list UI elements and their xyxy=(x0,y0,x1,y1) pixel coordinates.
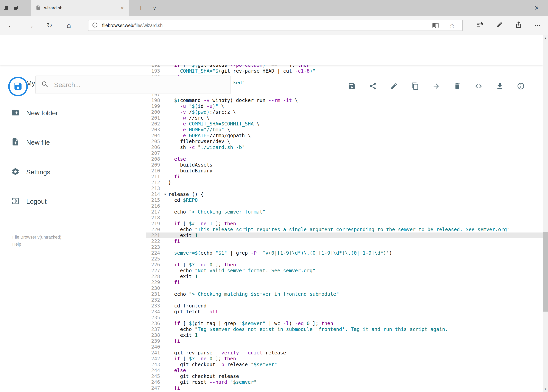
code-line-content[interactable]: $(command -v winpty) docker run --rm -it… xyxy=(163,98,298,103)
favorite-button[interactable]: ☆ xyxy=(449,20,455,30)
code-line-content[interactable]: git checkout -b release "$semver" xyxy=(163,362,277,368)
code-line-content[interactable]: release () { xyxy=(163,191,204,197)
line-number: 247 xyxy=(146,385,163,391)
code-line-content[interactable]: echo "Tag $semver does not exist in subm… xyxy=(163,326,451,332)
code-line-content[interactable]: -w //src \ xyxy=(163,115,209,121)
code-line-content[interactable]: if [ $? -ne 0 ]; then xyxy=(163,262,236,268)
code-line-content[interactable]: if [ $(git tag | grep "$semver" | wc -l)… xyxy=(163,321,333,326)
forward-button[interactable]: → xyxy=(23,16,38,35)
filebrowser-logo xyxy=(8,77,28,96)
code-line-content[interactable]: -e GOPATH=//tmp/gopath \ xyxy=(163,133,251,139)
code-line-content[interactable]: if [ "$(git status --porcelain)" == "" ]… xyxy=(163,65,310,68)
code-line-content[interactable]: git rev-parse --verify --quiet release xyxy=(163,350,286,356)
help-link[interactable]: Help xyxy=(12,241,62,248)
code-line-content[interactable]: -v /$(pwd):/src:z \ xyxy=(163,109,236,115)
site-info-icon[interactable] xyxy=(92,22,98,29)
code-line-content[interactable]: -e HOME="//tmp" \ xyxy=(163,127,230,133)
download-button[interactable] xyxy=(496,83,504,91)
code-line-content[interactable]: -u "$(id -u)" \ xyxy=(163,103,224,109)
share-button[interactable] xyxy=(369,83,377,91)
code-line-content[interactable]: fi xyxy=(163,385,180,391)
more-options-button[interactable]: ••• xyxy=(531,16,545,35)
code-line-content[interactable]: if [ $# -ne 1 ]; then xyxy=(163,221,236,227)
code-line-content[interactable]: fi xyxy=(163,338,180,344)
edit-button[interactable] xyxy=(390,83,398,91)
code-line-content[interactable]: echo "Not valid semver format. See semve… xyxy=(163,268,316,273)
code-line-content[interactable]: else xyxy=(163,368,186,373)
code-line-content[interactable]: exit 1 xyxy=(163,332,198,338)
code-line-content[interactable] xyxy=(163,186,168,191)
code-line-content[interactable]: exit 1 xyxy=(163,273,198,280)
code-line-content[interactable]: echo "This release script requires a sin… xyxy=(163,227,510,232)
code-line-content[interactable]: if [ $? -ne 0 ]; then xyxy=(163,356,236,362)
back-button[interactable]: ← xyxy=(4,16,18,35)
share-page-button[interactable] xyxy=(511,16,526,35)
code-line-content[interactable]: else xyxy=(163,156,186,162)
code-line-content[interactable] xyxy=(163,297,168,303)
window-close-button[interactable]: × xyxy=(525,0,548,16)
scrollbar-thumb[interactable] xyxy=(543,232,548,312)
tab-preview-icon[interactable] xyxy=(13,5,19,11)
code-line-content[interactable]: } xyxy=(163,180,171,186)
minimize-button[interactable] xyxy=(480,0,503,16)
sidebar-item-new-file[interactable]: New file xyxy=(0,128,146,157)
code-line-content[interactable]: git reset --hard "$semver" xyxy=(163,379,257,385)
sidebar-item-logout[interactable]: Logout xyxy=(0,187,146,216)
tab-menu-button[interactable]: ∨ xyxy=(149,0,160,16)
page-scrollbar[interactable]: ▲ ▼ xyxy=(543,35,548,392)
code-line-content[interactable]: filebrowser/dev \ xyxy=(163,139,230,144)
reading-view-button[interactable] xyxy=(432,20,439,30)
tab-wizard-sh[interactable]: wizard.sh × xyxy=(31,0,129,16)
code-line-content[interactable]: fi xyxy=(163,238,180,244)
code-line-content[interactable]: fi xyxy=(163,280,180,285)
line-number: 222 xyxy=(146,238,163,244)
sidebar-item-settings[interactable]: Settings xyxy=(0,157,146,187)
save-button[interactable] xyxy=(348,83,356,91)
copy-button[interactable] xyxy=(411,83,419,91)
home-button[interactable]: ⌂ xyxy=(62,16,76,35)
scroll-down-button[interactable]: ▼ xyxy=(543,386,548,392)
code-line-content[interactable]: git checkout release xyxy=(163,373,239,379)
code-line-content[interactable] xyxy=(163,150,168,156)
code-line-content[interactable]: fi xyxy=(163,174,180,180)
code-line-content[interactable]: exit 1 xyxy=(163,232,198,238)
code-line-content[interactable]: git fetch --all xyxy=(163,309,218,315)
fold-toggle-icon[interactable]: ▾ xyxy=(163,191,167,197)
code-line-content[interactable] xyxy=(163,344,168,350)
code-line-content[interactable]: echo "> Checking matching $semver in fro… xyxy=(163,291,339,297)
code-line-content[interactable]: -e COMMIT_SHA=$COMMIT_SHA \ xyxy=(163,121,260,127)
search-input[interactable] xyxy=(54,81,215,89)
new-tab-button[interactable]: + xyxy=(135,0,147,16)
tab-close-button[interactable]: × xyxy=(120,5,125,11)
code-line-content[interactable] xyxy=(163,244,168,250)
code-line-content[interactable]: cd frontend xyxy=(163,303,207,309)
address-bar[interactable]: filebrowser.web /files/wizard.sh ☆ xyxy=(88,20,463,31)
code-line-content[interactable]: COMMIT_SHA="$(git rev-parse HEAD | cut -… xyxy=(163,68,316,74)
maximize-button[interactable] xyxy=(503,0,525,16)
code-line-content[interactable]: buildBinary xyxy=(163,168,213,174)
web-note-button[interactable] xyxy=(492,16,507,35)
navigation-bar: ← → ↻ ⌂ filebrowser.web /files/wizard.sh… xyxy=(0,16,548,35)
tab-bar-left-buttons xyxy=(3,0,19,16)
code-line-content[interactable]: buildAssets xyxy=(163,162,213,168)
sidebar-item-new-folder[interactable]: New folder xyxy=(0,98,146,128)
info-button[interactable] xyxy=(517,83,525,91)
app-header xyxy=(0,35,543,65)
code-line-content[interactable] xyxy=(163,285,168,291)
code-line-content[interactable] xyxy=(163,315,168,321)
hub-button[interactable] xyxy=(473,16,487,35)
code-line-content[interactable]: semver=$(echo "$1" | grep -P '^v(0|[1-9]… xyxy=(163,250,392,256)
scroll-up-button[interactable]: ▲ xyxy=(543,35,548,41)
code-line-content[interactable]: echo "> Checking semver format" xyxy=(163,209,265,215)
delete-button[interactable] xyxy=(453,83,461,91)
code-line-content[interactable] xyxy=(163,203,168,209)
code-line-content[interactable]: sh -c "./wizard.sh -b" xyxy=(163,144,245,150)
code-line-content[interactable]: cd $REPO xyxy=(163,197,198,203)
code-line-content[interactable] xyxy=(163,215,168,221)
search-bar[interactable] xyxy=(35,76,231,94)
refresh-button[interactable]: ↻ xyxy=(42,16,57,35)
tabs-set-aside-icon[interactable] xyxy=(3,5,9,11)
code-line-content[interactable] xyxy=(163,256,168,262)
move-button[interactable] xyxy=(432,83,440,91)
code-button[interactable] xyxy=(475,83,482,91)
